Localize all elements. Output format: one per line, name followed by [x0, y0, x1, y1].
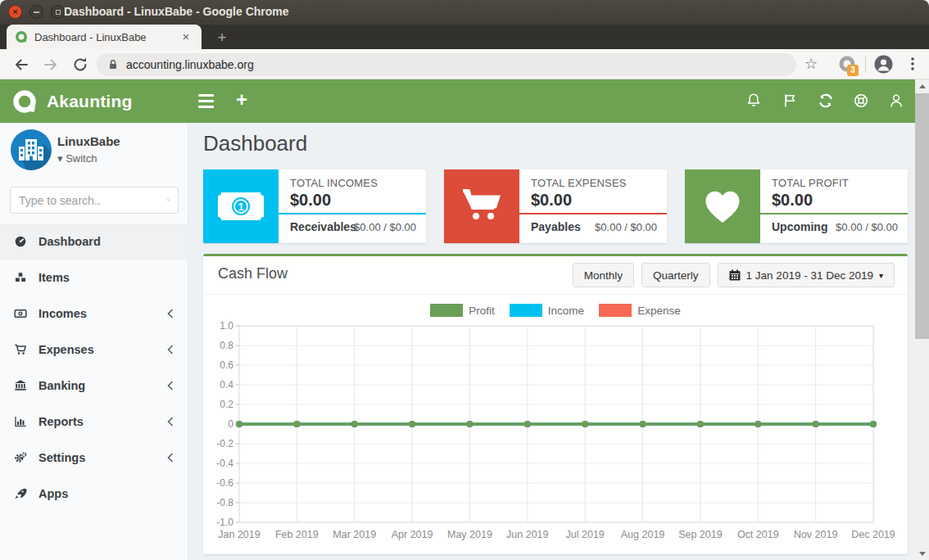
svg-text:-0.8: -0.8 — [216, 497, 233, 508]
scroll-up-icon — [919, 84, 926, 88]
quarterly-button[interactable]: Quarterly — [641, 263, 710, 287]
window-maximize-button[interactable] — [51, 5, 65, 19]
sidebar-toggle-button[interactable] — [197, 93, 216, 110]
brand-name: Akaunting — [47, 92, 132, 111]
akaunting-favicon-icon — [15, 30, 28, 43]
bookmark-star-icon[interactable]: ☆ — [804, 55, 818, 73]
profile-avatar-icon[interactable] — [873, 54, 894, 75]
company-avatar — [11, 129, 52, 170]
user-account-icon[interactable] — [887, 92, 905, 110]
scrollbar-up-button[interactable] — [915, 79, 929, 93]
card-footer-value: $0.00 / $0.00 — [595, 221, 657, 233]
search-input[interactable] — [19, 194, 167, 207]
brand-logo-link[interactable]: Akaunting — [11, 88, 132, 115]
sidebar-nav: Dashboard Items Incomes — [0, 224, 188, 512]
card-body: TOTAL PROFIT $0.00 Upcoming $0.00 / $0.0… — [760, 169, 908, 243]
card-iconbox: 1 — [203, 169, 279, 243]
total-incomes-card[interactable]: 1 TOTAL INCOMES $0.00 Receivables $0.00 … — [203, 169, 426, 243]
window-minimize-button[interactable] — [29, 5, 43, 19]
chevron-left-icon — [167, 345, 174, 355]
sidebar-item-label: Expenses — [39, 343, 94, 356]
main-content: Dashboard 1 TOTAL INCOMES $0.00 Receivab… — [188, 123, 915, 560]
card-iconbox — [685, 169, 760, 243]
card-footer-label: Payables — [531, 220, 581, 233]
window-close-icon: × — [12, 7, 17, 16]
legend-label: Profit — [469, 305, 495, 317]
akaunting-logo-icon — [11, 88, 39, 115]
tab-title: Dashboard - LinuxBabe — [34, 31, 179, 43]
sidebar-item-label: Settings — [39, 451, 85, 464]
sidebar-item-incomes[interactable]: Incomes — [0, 296, 188, 332]
card-divider — [760, 213, 908, 215]
card-value: $0.00 — [772, 191, 813, 210]
svg-text:Jun 2019: Jun 2019 — [506, 529, 548, 540]
reload-icon[interactable] — [71, 56, 89, 74]
company-switch-link[interactable]: ▾ Switch — [57, 152, 97, 165]
quick-add-button[interactable]: + — [231, 88, 252, 112]
money-bill-icon: 1 — [216, 188, 265, 224]
chevron-left-icon — [167, 417, 174, 427]
svg-text:0.8: 0.8 — [220, 340, 233, 351]
sidebar-item-items[interactable]: Items — [0, 260, 188, 296]
language-flag-icon[interactable] — [781, 92, 799, 110]
window-close-button[interactable]: × — [8, 5, 22, 19]
card-body: TOTAL EXPENSES $0.00 Payables $0.00 / $0… — [519, 169, 667, 243]
card-value: $0.00 — [290, 191, 331, 210]
svg-text:-1.0: -1.0 — [216, 517, 233, 528]
svg-text:May 2019: May 2019 — [447, 529, 492, 540]
legend-item-expense[interactable]: Expense — [599, 304, 681, 317]
extension-button[interactable]: 3 — [837, 54, 859, 75]
scrollbar-down-button[interactable] — [915, 547, 929, 560]
sidebar-item-apps[interactable]: Apps — [0, 476, 188, 512]
new-tab-button[interactable]: + — [211, 28, 233, 47]
legend-label: Income — [548, 305, 584, 317]
svg-text:-0.6: -0.6 — [216, 477, 233, 489]
svg-text:Feb 2019: Feb 2019 — [275, 529, 319, 540]
search-icon[interactable] — [167, 193, 170, 207]
chrome-menu-icon[interactable] — [904, 55, 921, 73]
browser-tab[interactable]: Dashboard - LinuxBabe × — [7, 25, 202, 49]
caret-down-icon: ▾ — [879, 271, 883, 280]
sidebar-item-dashboard[interactable]: Dashboard — [0, 224, 188, 260]
scrollbar-thumb[interactable] — [915, 93, 929, 339]
cashflow-panel: Cash Flow Monthly Quarterly 1 Jan 2019 -… — [203, 254, 908, 554]
browser-tabstrip: Dashboard - LinuxBabe × + — [0, 25, 929, 49]
total-expenses-card[interactable]: TOTAL EXPENSES $0.00 Payables $0.00 / $0… — [444, 169, 667, 243]
back-icon[interactable] — [12, 56, 30, 74]
chevron-left-icon — [167, 453, 174, 463]
monthly-button[interactable]: Monthly — [573, 263, 634, 287]
page-title: Dashboard — [203, 131, 307, 156]
sidebar-search[interactable] — [10, 187, 179, 214]
sync-refresh-icon[interactable] — [817, 92, 835, 110]
total-profit-card[interactable]: TOTAL PROFIT $0.00 Upcoming $0.00 / $0.0… — [685, 169, 908, 243]
sidebar-item-reports[interactable]: Reports — [0, 404, 188, 440]
sidebar-item-label: Dashboard — [39, 235, 101, 248]
sidebar-item-banking[interactable]: Banking — [0, 368, 188, 404]
scroll-down-icon — [919, 552, 926, 556]
quarterly-label: Quarterly — [653, 269, 699, 282]
sidebar-item-expenses[interactable]: Expenses — [0, 332, 188, 368]
notifications-bell-icon[interactable] — [745, 92, 763, 110]
shopping-cart-icon — [13, 343, 28, 356]
page-scrollbar[interactable] — [915, 79, 929, 560]
sidebar-item-settings[interactable]: Settings — [0, 440, 188, 476]
date-range-button[interactable]: 1 Jan 2019 - 31 Dec 2019 ▾ — [718, 263, 895, 287]
svg-text:Sep 2019: Sep 2019 — [678, 529, 723, 540]
svg-text:Mar 2019: Mar 2019 — [333, 529, 376, 540]
help-lifebuoy-icon[interactable] — [852, 92, 870, 110]
svg-text:Nov 2019: Nov 2019 — [794, 529, 838, 540]
window-minimize-icon — [34, 11, 39, 13]
chart-legend: ProfitIncomeExpense — [203, 304, 908, 317]
money-bill-icon — [13, 307, 28, 320]
cashflow-chart: -1.0-0.8-0.6-0.4-0.200.20.40.60.81.0Jan … — [210, 317, 898, 548]
forward-icon[interactable] — [42, 56, 60, 74]
lock-icon[interactable] — [106, 58, 120, 71]
legend-item-income[interactable]: Income — [510, 304, 584, 317]
card-footer-value: $0.00 / $0.00 — [836, 221, 898, 233]
legend-item-profit[interactable]: Profit — [430, 304, 495, 317]
sidebar: LinuxBabe ▾ Switch Dashboard Items — [0, 123, 188, 560]
toolbar-separator — [865, 56, 866, 73]
address-bar[interactable]: accounting.linuxbabe.org — [97, 53, 796, 76]
tab-close-icon[interactable]: × — [179, 29, 193, 44]
card-title: TOTAL EXPENSES — [531, 177, 627, 189]
